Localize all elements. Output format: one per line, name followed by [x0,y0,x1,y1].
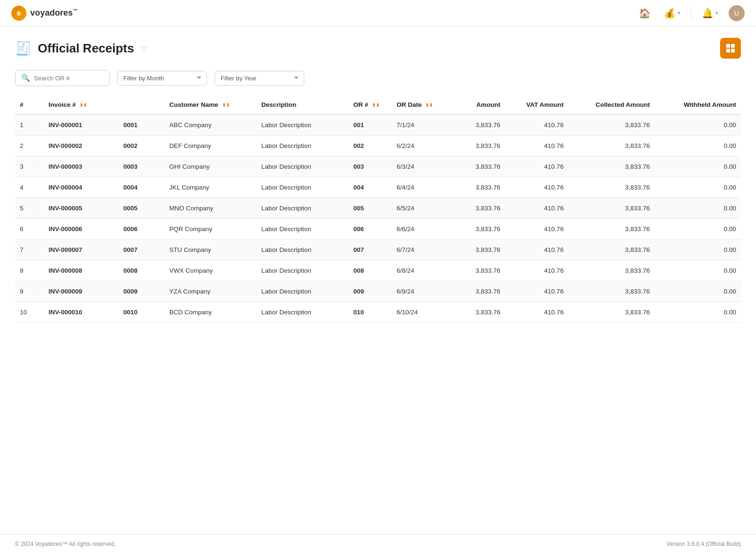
cell-date: 7/1/24 [392,114,447,136]
page-title: Official Receipts [38,41,134,56]
table-row[interactable]: 9 INV-000009 0009 YZA Company Labor Desc… [15,281,741,302]
cell-num: 10 [15,302,44,323]
cell-invoice: INV-000006 [44,219,119,240]
cell-invoice: INV-000010 [44,302,119,323]
cell-collected: 3,833.76 [568,281,655,302]
or-sort-icon: ⬆⬇ [372,103,379,108]
cell-description: Labor Description [257,114,349,136]
cell-invoice: INV-000004 [44,177,119,198]
table-row[interactable]: 8 INV-000008 0008 VWX Company Labor Desc… [15,260,741,281]
cell-vat: 410.76 [505,219,568,240]
cell-or: 010 [349,302,392,323]
cell-amount: 3,833.76 [447,260,505,281]
cell-date: 6/2/24 [392,136,447,156]
table-row[interactable]: 10 INV-000010 0010 BCD Company Labor Des… [15,302,741,323]
table-row[interactable]: 3 INV-000003 0003 GHI Company Labor Desc… [15,156,741,177]
cell-vat: 410.76 [505,177,568,198]
cell-or-num: 0008 [119,260,164,281]
cell-description: Labor Description [257,156,349,177]
cell-collected: 3,833.76 [568,198,655,219]
table-view-button[interactable] [720,38,741,59]
table-row[interactable]: 1 INV-000001 0001 ABC Company Labor Desc… [15,114,741,136]
cell-withheld: 0.00 [654,260,741,281]
table-row[interactable]: 2 INV-000002 0002 DEF Company Labor Desc… [15,136,741,156]
search-icon: 🔍 [21,74,30,82]
cell-or: 008 [349,260,392,281]
cell-customer: VWX Company [164,260,257,281]
billing-icon: 💰 [664,8,676,19]
billing-dropdown-caret: ▾ [678,10,680,16]
cell-amount: 3,833.76 [447,114,505,136]
logo-area: e voyadores™ [11,6,630,21]
cell-or: 005 [349,198,392,219]
cell-customer: GHI Company [164,156,257,177]
cell-or-num: 0003 [119,156,164,177]
header-divider [691,7,691,20]
col-header-customer[interactable]: Customer Name ⬆⬇ [164,95,257,114]
cell-invoice: INV-000007 [44,240,119,260]
cell-num: 7 [15,240,44,260]
cell-date: 6/9/24 [392,281,447,302]
cell-collected: 3,833.76 [568,240,655,260]
cell-or: 006 [349,219,392,240]
cell-num: 6 [15,219,44,240]
cell-or-num: 0009 [119,281,164,302]
cell-num: 5 [15,198,44,219]
col-header-or[interactable]: OR # ⬆⬇ [349,95,392,114]
favorite-star-icon[interactable]: ☆ [140,43,148,54]
home-button[interactable]: 🏠 [636,5,653,22]
cell-withheld: 0.00 [654,240,741,260]
cell-description: Labor Description [257,260,349,281]
col-header-ornum [119,95,164,114]
cell-description: Labor Description [257,219,349,240]
cell-vat: 410.76 [505,114,568,136]
cell-customer: PQR Company [164,219,257,240]
cell-or: 004 [349,177,392,198]
cell-num: 9 [15,281,44,302]
month-filter-select[interactable]: Filter by Month January February March A… [117,71,207,86]
svg-rect-1 [731,44,735,48]
cell-withheld: 0.00 [654,136,741,156]
cell-or-num: 0007 [119,240,164,260]
app-footer: © 2024 Voyadores™ All rights reserved. V… [0,534,756,553]
notifications-dropdown-caret: ▾ [715,10,718,16]
page-title-left: 🧾 Official Receipts ☆ [15,40,148,57]
cell-customer: ABC Company [164,114,257,136]
cell-amount: 3,833.76 [447,219,505,240]
table-row[interactable]: 7 INV-000007 0007 STU Company Labor Desc… [15,240,741,260]
billing-button[interactable]: 💰 ▾ [661,5,683,22]
table-row[interactable]: 4 INV-000004 0004 JKL Company Labor Desc… [15,177,741,198]
page-title-row: 🧾 Official Receipts ☆ [15,38,741,59]
cell-or-num: 0010 [119,302,164,323]
svg-rect-3 [731,49,735,52]
table-row[interactable]: 5 INV-000005 0005 MNO Company Labor Desc… [15,198,741,219]
cell-or-num: 0004 [119,177,164,198]
col-header-collected: Collected Amount [568,95,655,114]
cell-date: 6/10/24 [392,302,447,323]
receipts-table: # Invoice # ⬆⬇ Customer Name ⬆⬇ Descript… [15,95,741,323]
cell-customer: BCD Company [164,302,257,323]
col-header-date[interactable]: OR Date ⬆⬇ [392,95,447,114]
notifications-button[interactable]: 🔔 ▾ [699,5,721,22]
cell-description: Labor Description [257,177,349,198]
cell-customer: DEF Company [164,136,257,156]
cell-num: 2 [15,136,44,156]
app-header: e voyadores™ 🏠 💰 ▾ 🔔 ▾ U [0,0,756,26]
cell-withheld: 0.00 [654,281,741,302]
cell-withheld: 0.00 [654,114,741,136]
app-logo-icon: e [11,6,26,21]
cell-customer: JKL Company [164,177,257,198]
cell-amount: 3,833.76 [447,302,505,323]
cell-date: 6/3/24 [392,156,447,177]
avatar[interactable]: U [729,5,745,21]
cell-collected: 3,833.76 [568,156,655,177]
cell-invoice: INV-000005 [44,198,119,219]
cell-or: 009 [349,281,392,302]
cell-vat: 410.76 [505,302,568,323]
col-header-invoice[interactable]: Invoice # ⬆⬇ [44,95,119,114]
table-row[interactable]: 6 INV-000006 0006 PQR Company Labor Desc… [15,219,741,240]
year-filter-select[interactable]: Filter by Year 2024 2023 2022 [215,71,304,86]
invoice-sort-icon: ⬆⬇ [79,103,87,108]
cell-amount: 3,833.76 [447,240,505,260]
search-input[interactable] [34,75,103,82]
